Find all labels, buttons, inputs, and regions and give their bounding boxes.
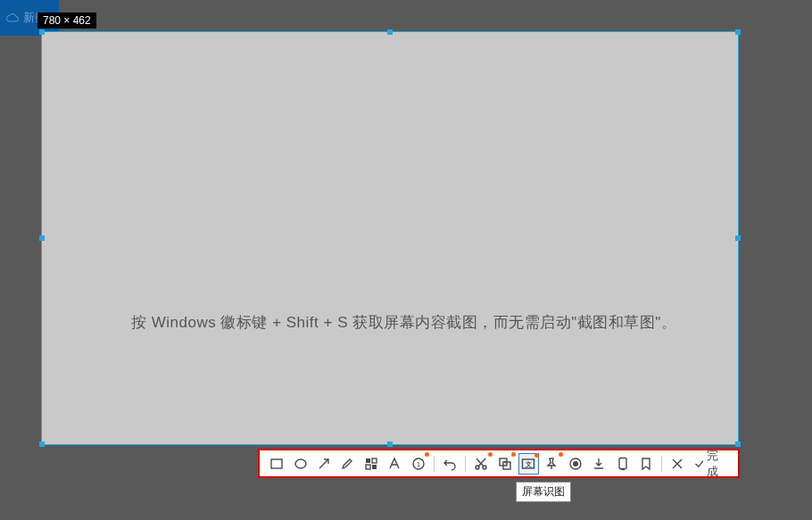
resize-handle-top-right[interactable] xyxy=(735,29,741,35)
svg-rect-3 xyxy=(366,458,370,463)
svg-text:文: 文 xyxy=(525,460,532,468)
resize-handle-bottom-mid[interactable] xyxy=(387,442,393,447)
download-icon xyxy=(592,457,606,471)
pencil-tool-button[interactable] xyxy=(337,453,358,475)
bookmark-button[interactable] xyxy=(636,453,657,475)
translate-icon: 中 xyxy=(498,457,512,471)
check-icon xyxy=(693,458,705,470)
text-icon xyxy=(387,457,402,471)
svg-point-10 xyxy=(483,466,486,469)
cut-icon xyxy=(474,457,488,471)
copy-button[interactable] xyxy=(612,453,633,475)
new-badge-dot xyxy=(488,452,493,457)
screen-recognize-icon: 文 xyxy=(521,457,535,471)
screenshot-toolbar: 1 中 文 完成 xyxy=(258,449,740,478)
number-tool-button[interactable]: 1 xyxy=(408,453,428,475)
cut-button[interactable] xyxy=(471,453,492,475)
cloud-icon xyxy=(5,11,20,25)
number-icon: 1 xyxy=(411,457,426,471)
titlebar: 新籤 xyxy=(0,0,812,36)
mosaic-icon xyxy=(364,457,378,471)
screen-recognize-button[interactable]: 文 xyxy=(518,453,539,475)
resize-handle-bottom-right[interactable] xyxy=(735,442,741,447)
download-button[interactable] xyxy=(589,453,609,475)
arrow-icon xyxy=(317,457,331,471)
new-badge-dot xyxy=(425,452,429,457)
selection-rectangle[interactable]: 按 Windows 徽标键 + Shift + S 获取屏幕内容截图，而无需启动… xyxy=(41,31,739,445)
done-button[interactable]: 完成 xyxy=(690,448,733,480)
translate-button[interactable]: 中 xyxy=(494,453,515,475)
resize-handle-bottom-left[interactable] xyxy=(39,442,45,447)
undo-button[interactable] xyxy=(439,453,460,475)
pin-button[interactable] xyxy=(542,453,562,475)
selection-dimensions-badge: 780 × 462 xyxy=(37,12,96,29)
hint-text: 按 Windows 徽标键 + Shift + S 获取屏幕内容截图，而无需启动… xyxy=(131,312,738,333)
rectangle-tool-button[interactable] xyxy=(267,453,287,475)
svg-rect-20 xyxy=(619,458,626,468)
svg-rect-5 xyxy=(366,465,370,469)
undo-icon xyxy=(443,457,457,471)
record-icon xyxy=(568,457,583,471)
svg-point-19 xyxy=(573,461,578,466)
text-tool-button[interactable] xyxy=(385,453,405,475)
copy-icon xyxy=(616,457,630,471)
svg-rect-4 xyxy=(372,458,377,463)
done-label: 完成 xyxy=(707,448,729,480)
svg-rect-6 xyxy=(372,465,377,469)
arrow-tool-button[interactable] xyxy=(313,453,334,475)
new-badge-dot xyxy=(511,452,516,457)
resize-handle-top-left[interactable] xyxy=(39,29,45,35)
svg-point-1 xyxy=(295,459,306,468)
tooltip: 屏幕识图 xyxy=(516,482,571,502)
pencil-icon xyxy=(340,457,354,471)
rectangle-icon xyxy=(269,457,284,471)
svg-text:1: 1 xyxy=(416,460,420,468)
pin-icon xyxy=(544,457,559,471)
resize-handle-mid-left[interactable] xyxy=(39,235,45,241)
record-button[interactable] xyxy=(565,453,585,475)
bookmark-icon xyxy=(639,457,653,471)
svg-line-2 xyxy=(319,459,328,468)
svg-rect-0 xyxy=(271,459,282,468)
toolbar-separator xyxy=(661,456,662,472)
toolbar-separator xyxy=(434,456,435,472)
close-icon xyxy=(670,457,684,471)
new-badge-dot xyxy=(559,452,563,457)
svg-text:中: 中 xyxy=(503,459,508,465)
new-badge-dot xyxy=(534,453,539,458)
ellipse-tool-button[interactable] xyxy=(290,453,311,475)
toolbar-separator xyxy=(465,456,466,472)
resize-handle-mid-right[interactable] xyxy=(735,235,741,241)
cancel-button[interactable] xyxy=(667,453,688,475)
mosaic-tool-button[interactable] xyxy=(360,453,381,475)
ellipse-icon xyxy=(294,457,308,471)
svg-point-9 xyxy=(476,466,479,469)
resize-handle-top-mid[interactable] xyxy=(387,29,393,35)
